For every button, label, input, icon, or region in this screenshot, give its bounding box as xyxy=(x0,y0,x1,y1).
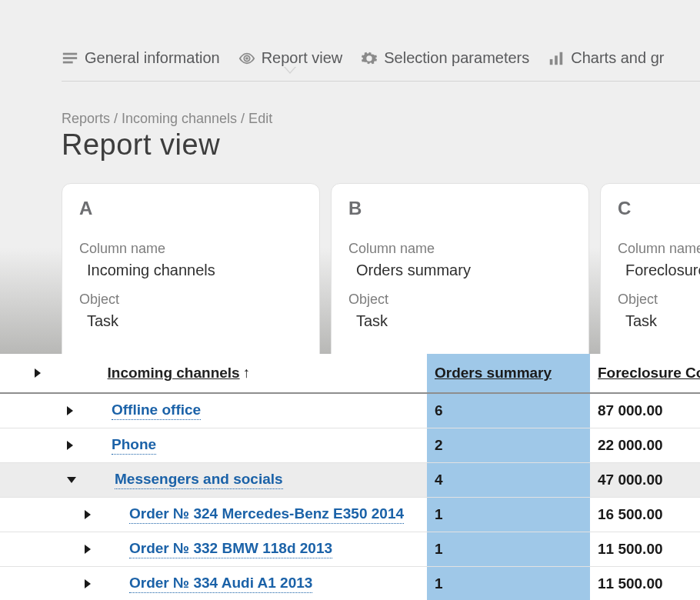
table-header-orders[interactable]: Orders summary xyxy=(427,354,590,393)
eye-icon xyxy=(238,50,255,67)
tab-bar: General information Report view Selectio… xyxy=(62,49,700,82)
card-letter: B xyxy=(348,198,572,219)
object-input[interactable]: Task xyxy=(348,311,572,332)
svg-point-3 xyxy=(245,57,248,60)
expand-icon[interactable] xyxy=(85,545,91,554)
collapse-icon[interactable] xyxy=(67,477,76,483)
report-table: Incoming channels↑ Orders summary Forecl… xyxy=(0,354,700,600)
fc-cell: 16 500.00 xyxy=(590,498,700,532)
column-card-c[interactable]: C Column name Foreclosure Co Object Task xyxy=(600,183,700,354)
svg-rect-0 xyxy=(63,52,77,55)
orders-cell: 1 xyxy=(427,532,590,567)
column-name-label: Column name xyxy=(348,241,572,257)
svg-rect-4 xyxy=(550,58,553,64)
svg-rect-5 xyxy=(555,55,558,65)
tab-selection-parameters[interactable]: Selection parameters xyxy=(361,49,529,67)
object-label: Object xyxy=(348,292,572,308)
object-input[interactable]: Task xyxy=(618,311,700,332)
table-header-fc[interactable]: Foreclosure Co xyxy=(590,354,700,393)
card-letter: A xyxy=(79,198,302,219)
orders-cell: 6 xyxy=(427,393,590,428)
orders-cell: 1 xyxy=(427,567,590,601)
tab-label: Report view xyxy=(262,49,343,67)
svg-rect-6 xyxy=(560,52,563,65)
orders-cell: 2 xyxy=(427,428,590,463)
expand-icon[interactable] xyxy=(85,510,91,519)
column-name-label: Column name xyxy=(618,241,700,257)
table-header-name[interactable]: Incoming channels↑ xyxy=(0,354,427,393)
object-input[interactable]: Task xyxy=(79,311,302,332)
column-name-input[interactable]: Incoming channels xyxy=(79,260,302,281)
bar-chart-icon xyxy=(548,50,565,67)
expand-icon[interactable] xyxy=(67,406,73,415)
tab-charts[interactable]: Charts and gr xyxy=(548,49,664,67)
card-letter: C xyxy=(618,198,700,219)
tab-general-information[interactable]: General information xyxy=(62,49,220,67)
orders-cell: 1 xyxy=(427,498,590,532)
tab-label: General information xyxy=(85,49,220,67)
row-link[interactable]: Messengers and socials xyxy=(115,471,283,489)
fc-cell: 87 000.00 xyxy=(590,393,700,428)
sort-arrow-icon: ↑ xyxy=(243,365,251,381)
svg-rect-2 xyxy=(63,61,73,63)
object-label: Object xyxy=(79,292,302,308)
row-link[interactable]: Order № 334 Audi A1 2013 xyxy=(129,575,312,593)
row-link[interactable]: Offline office xyxy=(112,402,201,420)
object-label: Object xyxy=(618,292,700,308)
table-row: Phone 2 22 000.00 xyxy=(0,428,700,463)
fc-cell: 11 500.00 xyxy=(590,567,700,601)
page-title: Report view xyxy=(62,128,700,162)
tab-label: Selection parameters xyxy=(384,49,529,67)
column-name-input[interactable]: Orders summary xyxy=(348,260,572,281)
orders-cell: 4 xyxy=(427,463,590,498)
list-icon xyxy=(62,50,78,67)
row-link[interactable]: Phone xyxy=(112,436,156,455)
row-link[interactable]: Order № 332 BMW 118d 2013 xyxy=(129,540,332,558)
column-card-b[interactable]: B Column name Orders summary Object Task xyxy=(331,183,589,354)
breadcrumb[interactable]: Reports / Incoming channels / Edit xyxy=(62,111,700,127)
svg-rect-1 xyxy=(63,57,77,59)
table-row: Messengers and socials 4 47 000.00 xyxy=(0,463,700,498)
expand-icon[interactable] xyxy=(67,441,73,450)
column-name-label: Column name xyxy=(79,241,302,257)
table-row: Order № 332 BMW 118d 2013 1 11 500.00 xyxy=(0,532,700,567)
table-row: Order № 334 Audi A1 2013 1 11 500.00 xyxy=(0,567,700,601)
expand-all-icon[interactable] xyxy=(35,368,41,378)
gear-icon xyxy=(361,50,378,67)
table-row: Offline office 6 87 000.00 xyxy=(0,393,700,428)
tab-report-view[interactable]: Report view xyxy=(238,49,343,67)
table-row: Order № 324 Mercedes-Benz E350 2014 1 16… xyxy=(0,498,700,532)
row-link[interactable]: Order № 324 Mercedes-Benz E350 2014 xyxy=(129,505,404,524)
report-table-region: Incoming channels↑ Orders summary Forecl… xyxy=(0,354,700,600)
config-panel: General information Report view Selectio… xyxy=(0,0,700,354)
column-cards: A Column name Incoming channels Object T… xyxy=(62,183,700,354)
fc-cell: 22 000.00 xyxy=(590,428,700,463)
fc-cell: 47 000.00 xyxy=(590,463,700,498)
expand-icon[interactable] xyxy=(85,579,91,588)
tab-label: Charts and gr xyxy=(571,49,664,67)
column-card-a[interactable]: A Column name Incoming channels Object T… xyxy=(62,183,320,354)
fc-cell: 11 500.00 xyxy=(590,532,700,567)
column-name-input[interactable]: Foreclosure Co xyxy=(618,260,700,281)
